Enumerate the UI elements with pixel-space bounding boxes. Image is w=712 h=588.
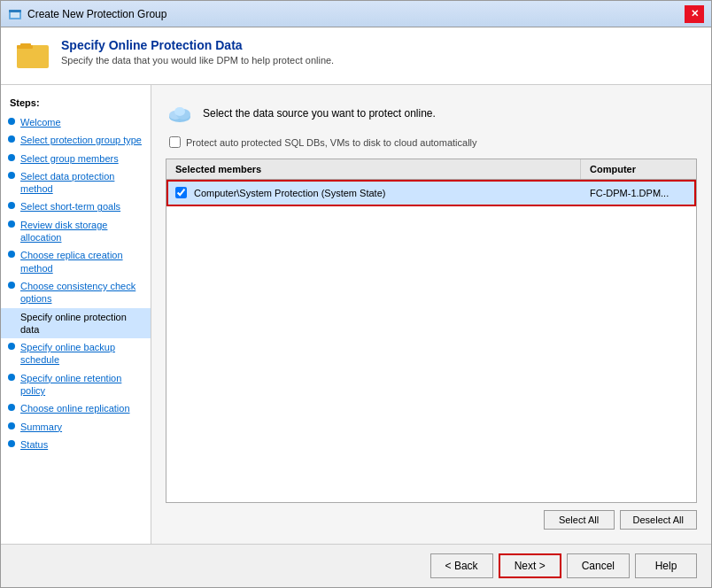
close-button[interactable]: ✕ bbox=[685, 5, 704, 23]
table-header: Selected members Computer bbox=[166, 159, 696, 180]
title-bar: Create New Protection Group ✕ bbox=[1, 1, 711, 27]
members-table: Selected members Computer Computer\Syste… bbox=[166, 159, 697, 503]
table-cell-computer: FC-DPM-1.DPM... bbox=[581, 184, 696, 202]
member-label: Computer\System Protection (System State… bbox=[194, 188, 385, 198]
table-header-selected-members: Selected members bbox=[166, 159, 581, 179]
sidebar-item-label: Select short-term goals bbox=[20, 200, 120, 213]
dot-icon bbox=[8, 313, 15, 320]
auto-protect-checkbox[interactable] bbox=[169, 136, 181, 148]
dot-icon bbox=[8, 251, 15, 258]
sidebar-item-label: Choose online replication bbox=[20, 402, 130, 414]
dot-icon bbox=[8, 118, 15, 125]
select-all-button[interactable]: Select All bbox=[544, 510, 615, 530]
dot-icon bbox=[8, 440, 15, 447]
sidebar-item-welcome[interactable]: Welcome bbox=[1, 113, 151, 131]
svg-rect-1 bbox=[11, 12, 19, 18]
page-header: Specify Online Protection Data Specify t… bbox=[1, 27, 711, 85]
sidebar-item-label: Choose consistency check options bbox=[20, 280, 145, 306]
row-checkbox[interactable] bbox=[175, 187, 187, 198]
auto-protect-label: Protect auto protected SQL DBs, VMs to d… bbox=[186, 137, 477, 148]
back-button[interactable]: < Back bbox=[430, 553, 493, 578]
sidebar: Steps: Welcome Select protection group t… bbox=[1, 85, 151, 544]
dot-icon bbox=[8, 220, 15, 228]
title-bar-title: Create New Protection Group bbox=[27, 8, 685, 20]
svg-point-9 bbox=[174, 107, 185, 116]
deselect-all-button[interactable]: Deselect All bbox=[620, 510, 697, 530]
header-text: Specify Online Protection Data Specify t… bbox=[61, 38, 334, 66]
sidebar-item-label: Specify online backup schedule bbox=[20, 341, 145, 367]
table-row[interactable]: Computer\System Protection (System State… bbox=[166, 180, 696, 206]
dot-icon bbox=[8, 154, 15, 161]
dot-icon bbox=[8, 172, 15, 179]
table-body: Computer\System Protection (System State… bbox=[166, 180, 696, 502]
main-panel: Select the data source you want to prote… bbox=[151, 85, 711, 544]
next-button[interactable]: Next > bbox=[499, 553, 561, 578]
sidebar-item-label: Select data protection method bbox=[20, 170, 145, 196]
help-button[interactable]: Help bbox=[635, 553, 697, 578]
main-description-text: Select the data source you want to prote… bbox=[203, 107, 436, 120]
header-icon bbox=[15, 38, 50, 74]
dot-icon bbox=[8, 282, 15, 289]
sidebar-item-select-group-members[interactable]: Select group members bbox=[1, 150, 151, 167]
sidebar-item-choose-consistency-check-options[interactable]: Choose consistency check options bbox=[1, 277, 151, 308]
sidebar-item-specify-online-backup-schedule[interactable]: Specify online backup schedule bbox=[1, 338, 151, 369]
sidebar-item-label: Summary bbox=[20, 421, 62, 433]
sidebar-item-specify-online-protection-data[interactable]: Specify online protection data bbox=[1, 308, 151, 339]
cancel-button[interactable]: Cancel bbox=[567, 553, 630, 578]
main-description: Select the data source you want to prote… bbox=[166, 99, 697, 128]
sidebar-item-summary[interactable]: Summary bbox=[1, 418, 151, 436]
bottom-buttons-row: Select All Deselect All bbox=[166, 503, 697, 530]
main-window: Create New Protection Group ✕ Specify On… bbox=[0, 0, 712, 588]
sidebar-item-review-disk-storage-allocation[interactable]: Review disk storage allocation bbox=[1, 216, 151, 247]
sidebar-item-select-data-protection-method[interactable]: Select data protection method bbox=[1, 167, 151, 198]
sidebar-item-label: Specify online retention policy bbox=[20, 372, 145, 398]
footer: < Back Next > Cancel Help bbox=[1, 544, 711, 587]
page-title: Specify Online Protection Data bbox=[61, 38, 334, 52]
dot-icon bbox=[8, 422, 15, 429]
sidebar-item-choose-replica-creation-method[interactable]: Choose replica creation method bbox=[1, 246, 151, 277]
sidebar-item-label: Welcome bbox=[20, 116, 61, 128]
title-bar-icon bbox=[8, 7, 22, 21]
sidebar-item-label: Status bbox=[20, 438, 48, 451]
sidebar-item-select-protection-group-type[interactable]: Select protection group type bbox=[1, 131, 151, 149]
page-subtitle: Specify the data that you would like DPM… bbox=[61, 55, 334, 66]
sidebar-item-choose-online-replication[interactable]: Choose online replication bbox=[1, 399, 151, 417]
sidebar-item-specify-online-retention-policy[interactable]: Specify online retention policy bbox=[1, 369, 151, 400]
sidebar-section-label: Steps: bbox=[1, 94, 151, 113]
dot-icon bbox=[8, 374, 15, 381]
sidebar-item-label: Select protection group type bbox=[20, 134, 142, 146]
content-area: Steps: Welcome Select protection group t… bbox=[1, 85, 711, 544]
dot-icon bbox=[8, 202, 15, 209]
sidebar-item-label: Review disk storage allocation bbox=[20, 219, 145, 244]
dot-icon bbox=[8, 135, 15, 143]
sidebar-item-status[interactable]: Status bbox=[1, 436, 151, 453]
auto-protect-checkbox-row[interactable]: Protect auto protected SQL DBs, VMs to d… bbox=[166, 136, 697, 148]
sidebar-item-label: Choose replica creation method bbox=[20, 249, 145, 275]
svg-rect-2 bbox=[9, 10, 21, 12]
cloud-icon bbox=[166, 99, 194, 128]
dot-icon bbox=[8, 404, 15, 411]
sidebar-item-label: Select group members bbox=[20, 152, 119, 165]
dot-icon bbox=[8, 343, 15, 350]
table-header-computer: Computer bbox=[581, 159, 696, 179]
svg-rect-5 bbox=[20, 43, 31, 47]
sidebar-item-select-short-term-goals[interactable]: Select short-term goals bbox=[1, 197, 151, 215]
table-cell-member: Computer\System Protection (System State… bbox=[166, 183, 581, 202]
sidebar-item-label: Specify online protection data bbox=[20, 311, 145, 337]
